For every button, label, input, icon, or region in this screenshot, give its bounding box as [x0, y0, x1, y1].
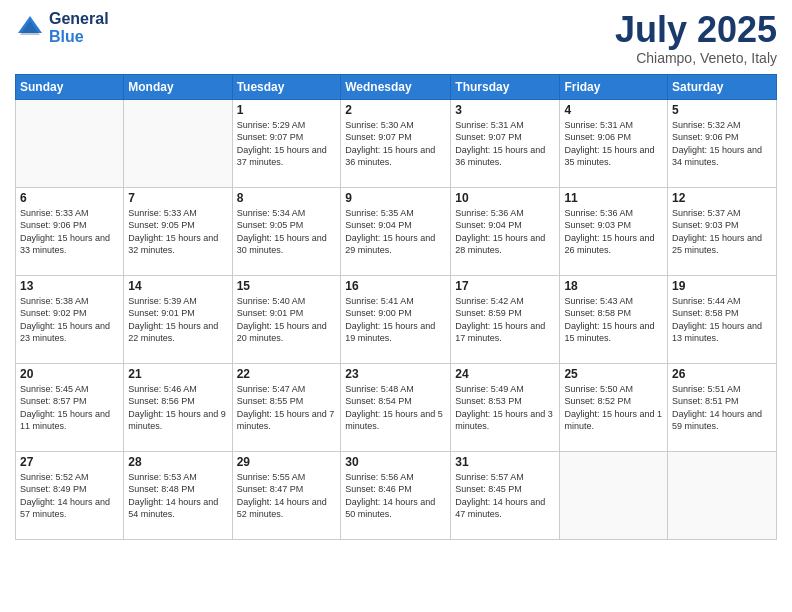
day-number: 16 [345, 279, 446, 293]
page: General Blue July 2025 Chiampo, Veneto, … [0, 0, 792, 612]
day-info: Sunrise: 5:33 AM Sunset: 9:05 PM Dayligh… [128, 207, 227, 257]
day-info: Sunrise: 5:39 AM Sunset: 9:01 PM Dayligh… [128, 295, 227, 345]
calendar-week-row: 6Sunrise: 5:33 AM Sunset: 9:06 PM Daylig… [16, 187, 777, 275]
day-number: 30 [345, 455, 446, 469]
day-number: 28 [128, 455, 227, 469]
calendar-week-row: 13Sunrise: 5:38 AM Sunset: 9:02 PM Dayli… [16, 275, 777, 363]
day-number: 21 [128, 367, 227, 381]
weekday-header: Friday [560, 74, 668, 99]
day-info: Sunrise: 5:53 AM Sunset: 8:48 PM Dayligh… [128, 471, 227, 521]
day-number: 13 [20, 279, 119, 293]
day-number: 15 [237, 279, 337, 293]
day-info: Sunrise: 5:55 AM Sunset: 8:47 PM Dayligh… [237, 471, 337, 521]
calendar-cell: 3Sunrise: 5:31 AM Sunset: 9:07 PM Daylig… [451, 99, 560, 187]
day-info: Sunrise: 5:48 AM Sunset: 8:54 PM Dayligh… [345, 383, 446, 433]
calendar-cell: 6Sunrise: 5:33 AM Sunset: 9:06 PM Daylig… [16, 187, 124, 275]
calendar-cell [16, 99, 124, 187]
day-info: Sunrise: 5:49 AM Sunset: 8:53 PM Dayligh… [455, 383, 555, 433]
day-info: Sunrise: 5:45 AM Sunset: 8:57 PM Dayligh… [20, 383, 119, 433]
calendar-cell [124, 99, 232, 187]
weekday-header: Saturday [668, 74, 777, 99]
day-info: Sunrise: 5:52 AM Sunset: 8:49 PM Dayligh… [20, 471, 119, 521]
day-info: Sunrise: 5:30 AM Sunset: 9:07 PM Dayligh… [345, 119, 446, 169]
day-number: 29 [237, 455, 337, 469]
calendar-cell: 18Sunrise: 5:43 AM Sunset: 8:58 PM Dayli… [560, 275, 668, 363]
weekday-header: Monday [124, 74, 232, 99]
calendar-cell: 25Sunrise: 5:50 AM Sunset: 8:52 PM Dayli… [560, 363, 668, 451]
day-number: 31 [455, 455, 555, 469]
calendar-cell: 2Sunrise: 5:30 AM Sunset: 9:07 PM Daylig… [341, 99, 451, 187]
calendar-cell: 9Sunrise: 5:35 AM Sunset: 9:04 PM Daylig… [341, 187, 451, 275]
day-info: Sunrise: 5:43 AM Sunset: 8:58 PM Dayligh… [564, 295, 663, 345]
day-number: 18 [564, 279, 663, 293]
day-info: Sunrise: 5:36 AM Sunset: 9:04 PM Dayligh… [455, 207, 555, 257]
day-info: Sunrise: 5:51 AM Sunset: 8:51 PM Dayligh… [672, 383, 772, 433]
day-number: 8 [237, 191, 337, 205]
day-info: Sunrise: 5:31 AM Sunset: 9:07 PM Dayligh… [455, 119, 555, 169]
calendar-cell: 1Sunrise: 5:29 AM Sunset: 9:07 PM Daylig… [232, 99, 341, 187]
calendar-cell: 4Sunrise: 5:31 AM Sunset: 9:06 PM Daylig… [560, 99, 668, 187]
day-number: 14 [128, 279, 227, 293]
calendar-week-row: 1Sunrise: 5:29 AM Sunset: 9:07 PM Daylig… [16, 99, 777, 187]
calendar-cell: 26Sunrise: 5:51 AM Sunset: 8:51 PM Dayli… [668, 363, 777, 451]
day-info: Sunrise: 5:46 AM Sunset: 8:56 PM Dayligh… [128, 383, 227, 433]
calendar-cell: 30Sunrise: 5:56 AM Sunset: 8:46 PM Dayli… [341, 451, 451, 539]
day-number: 26 [672, 367, 772, 381]
header: General Blue July 2025 Chiampo, Veneto, … [15, 10, 777, 66]
day-number: 7 [128, 191, 227, 205]
day-number: 4 [564, 103, 663, 117]
calendar-cell: 10Sunrise: 5:36 AM Sunset: 9:04 PM Dayli… [451, 187, 560, 275]
day-info: Sunrise: 5:47 AM Sunset: 8:55 PM Dayligh… [237, 383, 337, 433]
day-number: 9 [345, 191, 446, 205]
day-info: Sunrise: 5:34 AM Sunset: 9:05 PM Dayligh… [237, 207, 337, 257]
day-info: Sunrise: 5:41 AM Sunset: 9:00 PM Dayligh… [345, 295, 446, 345]
month-title: July 2025 [615, 10, 777, 50]
calendar-cell: 17Sunrise: 5:42 AM Sunset: 8:59 PM Dayli… [451, 275, 560, 363]
day-info: Sunrise: 5:31 AM Sunset: 9:06 PM Dayligh… [564, 119, 663, 169]
calendar-cell: 14Sunrise: 5:39 AM Sunset: 9:01 PM Dayli… [124, 275, 232, 363]
calendar-cell: 11Sunrise: 5:36 AM Sunset: 9:03 PM Dayli… [560, 187, 668, 275]
day-info: Sunrise: 5:56 AM Sunset: 8:46 PM Dayligh… [345, 471, 446, 521]
day-number: 2 [345, 103, 446, 117]
day-number: 24 [455, 367, 555, 381]
day-info: Sunrise: 5:57 AM Sunset: 8:45 PM Dayligh… [455, 471, 555, 521]
day-number: 22 [237, 367, 337, 381]
day-info: Sunrise: 5:40 AM Sunset: 9:01 PM Dayligh… [237, 295, 337, 345]
day-info: Sunrise: 5:35 AM Sunset: 9:04 PM Dayligh… [345, 207, 446, 257]
calendar-cell [560, 451, 668, 539]
calendar-cell: 31Sunrise: 5:57 AM Sunset: 8:45 PM Dayli… [451, 451, 560, 539]
day-number: 3 [455, 103, 555, 117]
calendar-cell: 5Sunrise: 5:32 AM Sunset: 9:06 PM Daylig… [668, 99, 777, 187]
calendar-cell: 15Sunrise: 5:40 AM Sunset: 9:01 PM Dayli… [232, 275, 341, 363]
calendar-cell: 23Sunrise: 5:48 AM Sunset: 8:54 PM Dayli… [341, 363, 451, 451]
location: Chiampo, Veneto, Italy [615, 50, 777, 66]
logo-blue: Blue [49, 28, 109, 46]
weekday-header: Wednesday [341, 74, 451, 99]
weekday-header: Sunday [16, 74, 124, 99]
calendar-cell: 21Sunrise: 5:46 AM Sunset: 8:56 PM Dayli… [124, 363, 232, 451]
calendar-cell: 28Sunrise: 5:53 AM Sunset: 8:48 PM Dayli… [124, 451, 232, 539]
weekday-header-row: SundayMondayTuesdayWednesdayThursdayFrid… [16, 74, 777, 99]
calendar-cell: 20Sunrise: 5:45 AM Sunset: 8:57 PM Dayli… [16, 363, 124, 451]
calendar-cell: 19Sunrise: 5:44 AM Sunset: 8:58 PM Dayli… [668, 275, 777, 363]
day-info: Sunrise: 5:32 AM Sunset: 9:06 PM Dayligh… [672, 119, 772, 169]
logo-text: General Blue [49, 10, 109, 46]
calendar-week-row: 20Sunrise: 5:45 AM Sunset: 8:57 PM Dayli… [16, 363, 777, 451]
calendar-cell: 24Sunrise: 5:49 AM Sunset: 8:53 PM Dayli… [451, 363, 560, 451]
title-area: July 2025 Chiampo, Veneto, Italy [615, 10, 777, 66]
calendar-cell [668, 451, 777, 539]
day-info: Sunrise: 5:42 AM Sunset: 8:59 PM Dayligh… [455, 295, 555, 345]
day-info: Sunrise: 5:38 AM Sunset: 9:02 PM Dayligh… [20, 295, 119, 345]
day-info: Sunrise: 5:44 AM Sunset: 8:58 PM Dayligh… [672, 295, 772, 345]
calendar-cell: 16Sunrise: 5:41 AM Sunset: 9:00 PM Dayli… [341, 275, 451, 363]
weekday-header: Thursday [451, 74, 560, 99]
day-number: 19 [672, 279, 772, 293]
day-info: Sunrise: 5:37 AM Sunset: 9:03 PM Dayligh… [672, 207, 772, 257]
day-number: 11 [564, 191, 663, 205]
day-number: 25 [564, 367, 663, 381]
calendar-cell: 29Sunrise: 5:55 AM Sunset: 8:47 PM Dayli… [232, 451, 341, 539]
calendar-cell: 8Sunrise: 5:34 AM Sunset: 9:05 PM Daylig… [232, 187, 341, 275]
day-number: 5 [672, 103, 772, 117]
day-number: 6 [20, 191, 119, 205]
day-number: 20 [20, 367, 119, 381]
